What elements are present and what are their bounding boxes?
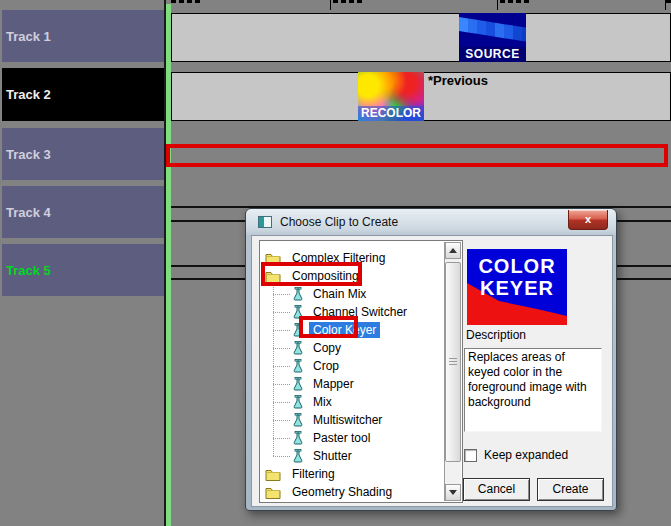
description-label: Description [466,328,526,342]
tree-item-label: Paster tool [309,430,374,446]
description-text: Replaces areas of keyed color in the for… [464,348,602,432]
choose-clip-dialog: Choose Clip to Create x Complex Filterin… [245,208,617,511]
thumb-grip-icon [449,358,457,367]
flask-icon [292,287,304,301]
tree-connector [273,384,290,385]
tree-item-complex-filtering[interactable]: Complex Filtering [260,249,462,267]
track-label-5[interactable]: Track 5 [2,244,164,296]
dialog-content: Complex Filtering Compositing Chain Mix … [251,235,613,507]
tree-item-copy[interactable]: Copy [260,339,462,357]
track-label-4[interactable]: Track 4 [2,186,164,238]
folder-icon [265,270,281,283]
source-clip-label: SOURCE [459,47,526,62]
ruler-tick-group [666,0,671,3]
tree-connector [273,420,290,421]
tree-item-label: Crop [309,358,343,374]
tree-item-channel-switcher[interactable]: Channel Switcher [260,303,462,321]
tree-item-mix[interactable]: Mix [260,393,462,411]
tree-item-compositing[interactable]: Compositing [260,267,462,285]
track-label-text: Track 1 [6,29,51,44]
tree-connector [273,438,290,439]
ruler-separator [330,0,331,10]
tree-scrollbar[interactable] [444,242,461,501]
arrow-down-icon [449,490,457,495]
scroll-up-button[interactable] [445,242,461,259]
folder-icon [265,468,281,481]
track-label-1[interactable]: Track 1 [2,10,164,62]
tree-item-label: Compositing [288,268,363,284]
arrow-up-icon [449,248,457,253]
ruler-tick-group [171,0,200,3]
flask-icon [292,377,304,391]
folder-icon [265,252,281,265]
cancel-button[interactable]: Cancel [463,478,530,501]
flask-icon [292,359,304,373]
tree-item-label: Channel Switcher [309,304,411,320]
flask-icon [292,413,304,427]
previous-clip-text: *Previous [428,73,488,88]
flask-icon [292,449,304,463]
ruler-tick-group [333,0,362,3]
dialog-window-icon [258,216,272,228]
tree-connector [273,312,290,313]
scrollbar-thumb[interactable] [445,262,461,462]
tree-item-multiswitcher[interactable]: Multiswitcher [260,411,462,429]
tree-connector [273,348,290,349]
dialog-title: Choose Clip to Create [280,215,398,229]
close-button[interactable]: x [568,210,608,230]
keep-expanded-row[interactable]: Keep expanded [464,448,568,462]
keep-expanded-checkbox[interactable] [464,449,477,462]
tree-item-label: Mapper [309,376,358,392]
flask-icon [292,431,304,445]
source-clip[interactable]: SOURCE [459,13,526,62]
ruler-separator [665,0,666,10]
track-label-text: Track 3 [6,147,51,162]
recolor-clip-label: RECOLOR [358,106,424,121]
tree-item-color-keyer[interactable]: Color Keyer [260,321,462,339]
tree-connector [273,366,290,367]
tree-item-geometry-shading[interactable]: Geometry Shading [260,483,462,501]
recolor-clip[interactable]: RECOLOR [358,72,424,121]
tree-connector [273,456,290,457]
track-label-text: Track 5 [6,263,51,278]
tree-item-label: Copy [309,340,345,356]
track-label-text: Track 2 [6,87,51,102]
scroll-down-button[interactable] [445,484,461,501]
tree-item-label: Chain Mix [309,286,370,302]
flask-icon [292,323,304,337]
tree-item-mapper[interactable]: Mapper [260,375,462,393]
track-label-2[interactable]: Track 2 [2,68,164,121]
tree-item-label: Mix [309,394,336,410]
ruler-tick-group [500,0,529,3]
flask-icon [292,305,304,319]
tree-item-label: Color Keyer [309,322,380,338]
keep-expanded-label: Keep expanded [484,448,568,462]
preview-text-line2: KEYER [467,277,567,299]
clip-type-tree[interactable]: Complex Filtering Compositing Chain Mix … [259,240,463,503]
tree-connector [273,330,290,331]
tree-item-shutter[interactable]: Shutter [260,447,462,465]
track-label-text: Track 4 [6,205,51,220]
dialog-titlebar[interactable]: Choose Clip to Create x [246,209,616,235]
tree-item-label: Complex Filtering [288,250,389,266]
tree-connector [273,294,290,295]
tree-connector [273,402,290,403]
tree-item-chain-mix[interactable]: Chain Mix [260,285,462,303]
folder-icon [265,486,281,499]
annotation-track3-row [166,144,668,167]
ruler-separator [497,0,498,10]
create-button[interactable]: Create [537,478,604,501]
app-window: { "timeline": { "tracks": [ {"label": "T… [0,0,671,526]
flask-icon [292,395,304,409]
flask-icon [292,341,304,355]
preview-text-line1: COLOR [467,255,567,277]
tree-item-label: Multiswitcher [309,412,386,428]
tree-item-crop[interactable]: Crop [260,357,462,375]
clip-preview-image: COLOR KEYER [467,249,567,325]
tree-item-filtering[interactable]: Filtering [260,465,462,483]
tree-item-label: Filtering [288,466,339,482]
track-label-3[interactable]: Track 3 [2,128,164,180]
tree-item-paster-tool[interactable]: Paster tool [260,429,462,447]
tree-item-label: Geometry Shading [288,484,396,500]
track1-clip-row[interactable] [171,13,671,62]
